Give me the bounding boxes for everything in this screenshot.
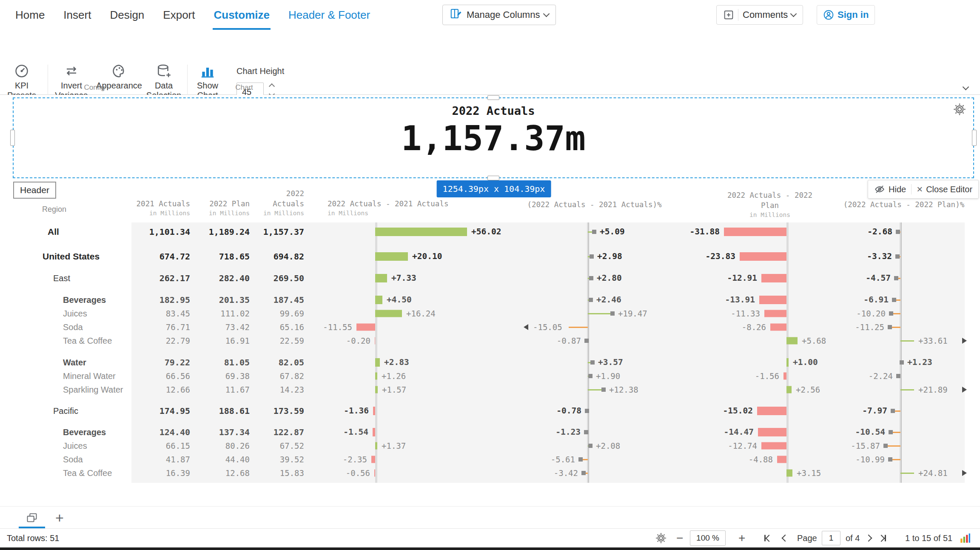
tab-customize[interactable]: Customize (214, 0, 269, 30)
size-tooltip: 1254.39px x 104.39px (437, 180, 551, 197)
zoom-level[interactable]: 100 % (690, 530, 726, 546)
sheet-tab[interactable] (15, 507, 48, 528)
add-sheet-button[interactable]: + (55, 509, 64, 526)
add-comment-button[interactable] (719, 6, 738, 24)
value-cell: 76.71 (132, 320, 194, 334)
pin-marker (584, 430, 588, 434)
variance-label: -12.74 (728, 439, 757, 453)
gear-icon[interactable] (953, 103, 966, 118)
table-row[interactable]: United States674.72718.65694.82+20.10+2.… (13, 250, 974, 263)
value-cell: 173.59 (253, 404, 308, 418)
sheet-tab-bar: + (0, 506, 980, 528)
variance-bar-cell: -1.56 (668, 369, 834, 383)
variance-label: +1.00 (793, 356, 818, 369)
table-row[interactable]: Soda41.8744.4039.52-2.35-5.61-4.88-10.99 (13, 453, 974, 466)
page-input[interactable] (822, 531, 840, 545)
tab-header-footer[interactable]: Header & Footer (288, 0, 370, 30)
variance-bar-cell: -1.54 (308, 425, 521, 439)
table-row[interactable]: Tea & Coffee16.3912.6815.83-0.56-3.42+3.… (13, 466, 974, 480)
variance-bar-cell: +2.56 (668, 383, 834, 396)
variance-bar-cell: +1.37 (308, 439, 521, 453)
pin-marker (889, 311, 893, 316)
header-widget[interactable]: 2022 Actuals 1,157.37m (13, 97, 974, 178)
variance-bar (786, 337, 798, 345)
settings-gear-icon[interactable] (655, 532, 667, 544)
value-cell: 1,189.24 (194, 225, 253, 239)
table-row[interactable]: Mineral Water66.5669.3867.82+1.26+1.90-1… (13, 369, 974, 383)
zoom-out-button[interactable]: − (676, 531, 683, 545)
table-row[interactable]: Water79.2281.0582.05+2.83+3.57+1.00+1.23 (13, 356, 974, 369)
tab-home[interactable]: Home (15, 0, 45, 30)
variance-bar-cell: -11.33 (668, 307, 834, 320)
table-row[interactable]: East262.17282.40269.50+7.33+2.80-12.91-4… (13, 271, 974, 285)
resize-handle-right[interactable] (972, 130, 977, 146)
resize-handle-left[interactable] (10, 130, 15, 146)
value-cell: 187.45 (253, 293, 308, 307)
variance-pin-cell: -5.61 (521, 453, 668, 466)
variance-label: +21.89 (918, 383, 948, 396)
pin-marker (891, 409, 895, 413)
resize-handle-top[interactable] (487, 95, 499, 100)
variance-bar-cell: +1.26 (308, 369, 521, 383)
table-row[interactable]: Pacific174.95188.61173.59-1.36-0.78-15.0… (13, 404, 974, 418)
divider (911, 184, 912, 194)
variance-bar (356, 324, 375, 331)
value-cell: 66.56 (132, 369, 194, 383)
variance-label: +1.57 (382, 383, 406, 396)
value-cell: 1,101.34 (132, 225, 194, 239)
table-row[interactable]: Beverages182.95201.35187.45+4.50+2.46-13… (13, 293, 974, 307)
manage-columns-button[interactable]: Manage Columns (442, 5, 556, 25)
row-label: Beverages (13, 425, 132, 439)
ribbon: KPI Presets Invert Variance Appearance D… (0, 30, 980, 95)
variance-pin-cell: -0.87 (521, 334, 668, 348)
next-page-button[interactable] (866, 536, 871, 541)
pin-marker (601, 388, 606, 392)
value-cell: 262.17 (132, 271, 194, 285)
sign-in-button[interactable]: Sign in (817, 5, 875, 25)
variance-pin-cell: +2.08 (521, 439, 668, 453)
tab-insert[interactable]: Insert (63, 0, 91, 30)
person-icon (823, 9, 834, 20)
row-label: Tea & Coffee (13, 334, 132, 348)
pin-marker (592, 230, 596, 234)
variance-pin-cell: -4.57 (834, 271, 974, 285)
manage-columns-label: Manage Columns (467, 9, 540, 20)
hide-button[interactable]: Hide (874, 184, 906, 195)
variance-label: -15.87 (851, 439, 880, 453)
table-row[interactable]: All1,101.341,189.241,157.37+56.02+5.09-3… (13, 225, 974, 239)
header-tag[interactable]: Header (13, 182, 56, 199)
pin-marker (888, 457, 892, 462)
column-header-2022-actuals: 2022 Actualsin Millions (253, 188, 308, 221)
rows-range-label: 1 to 15 of 51 (905, 533, 952, 543)
value-cell: 282.40 (194, 271, 253, 285)
table-row[interactable]: Juices66.1580.2667.52+1.37+2.08-12.74-15… (13, 439, 974, 453)
row-label: Mineral Water (13, 369, 132, 383)
tab-export[interactable]: Export (163, 0, 195, 30)
zoom-in-button[interactable]: + (738, 531, 745, 545)
out-of-range-arrow-icon (524, 324, 528, 330)
table-row[interactable]: Beverages124.40137.34122.87-1.54-1.23-14… (13, 425, 974, 439)
table-row[interactable]: Juices83.45111.0299.69+16.24+19.47-11.33… (13, 307, 974, 320)
variance-bar (761, 274, 786, 282)
first-page-button[interactable] (764, 535, 772, 541)
table-row[interactable]: Sparkling Water12.6611.6714.23+1.57+12.3… (13, 383, 974, 396)
comments-button[interactable]: Comments (738, 6, 800, 24)
resize-handle-bottom[interactable] (487, 176, 499, 180)
collapse-ribbon-icon[interactable] (963, 84, 969, 91)
tab-design[interactable]: Design (110, 0, 144, 30)
close-editor-button[interactable]: × Close Editor (917, 185, 972, 194)
table-row[interactable]: Soda76.7173.4265.16-11.55-15.05-8.26-11.… (13, 320, 974, 334)
value-cell: 83.45 (132, 307, 194, 320)
last-page-button[interactable] (879, 535, 886, 541)
variance-bar-cell: -13.91 (668, 293, 834, 307)
prev-page-button[interactable] (783, 536, 788, 541)
bar-chart-icon (199, 63, 216, 79)
value-cell: 39.52 (253, 453, 308, 466)
variance-label: -3.32 (867, 250, 892, 263)
value-cell: 15.83 (253, 466, 308, 480)
row-label: Beverages (13, 293, 132, 307)
pin-stem (569, 327, 588, 328)
pin-marker (900, 360, 904, 365)
variance-label: -1.56 (755, 369, 779, 383)
table-row[interactable]: Tea & Coffee22.7916.9122.59-0.20-0.87+5.… (13, 334, 974, 348)
